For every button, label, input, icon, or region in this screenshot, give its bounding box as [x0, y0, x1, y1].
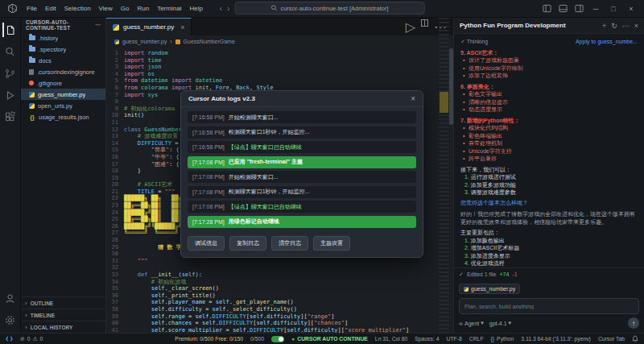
usage-quota[interactable]: 0/500	[250, 336, 264, 342]
menu-item[interactable]: View	[95, 0, 117, 17]
split-editor-icon[interactable]	[421, 19, 428, 35]
chat-more-icon[interactable]: ⋯	[622, 22, 630, 30]
file-tree-item[interactable]: guess_number.py	[21, 89, 105, 100]
nav-back-icon[interactable]: ‹	[220, 4, 222, 13]
toggle-secondary-sidebar-icon[interactable]	[572, 2, 586, 16]
dialog-button[interactable]: 调试信息	[188, 236, 225, 251]
code-line[interactable]: 5from datetime import datetime	[106, 77, 453, 85]
dialog-button[interactable]: 清空日志	[271, 236, 308, 251]
code-line[interactable]: 1import random	[106, 50, 453, 57]
file-tree-item[interactable]: .cursorindexingignore	[21, 66, 105, 77]
extensions-icon[interactable]	[3, 110, 18, 124]
chat-block: Unicode字符支持	[460, 147, 638, 155]
run-debug-icon[interactable]	[3, 88, 18, 102]
toggle-panel-icon[interactable]	[555, 2, 570, 16]
nav-forward-icon[interactable]: ›	[227, 4, 229, 13]
file-tree-item[interactable]: docs	[21, 55, 105, 66]
code-line[interactable]: 38 self.difficulty = self._select_diffic…	[106, 306, 453, 313]
new-chat-icon[interactable]: +	[602, 22, 606, 30]
run-file-icon[interactable]: ▷	[406, 19, 415, 35]
menu-item[interactable]: Go	[117, 0, 134, 17]
toggle-sidebar-icon[interactable]	[539, 2, 554, 16]
apply-to-file-link[interactable]: Apply to guess_numbe...	[576, 38, 638, 46]
code-line[interactable]: 32	[106, 264, 453, 271]
explorer-icon[interactable]	[2, 23, 17, 37]
code-line[interactable]: 35 self._clear_screen()	[106, 285, 453, 292]
thinking-status[interactable]: ✓ Thinking	[460, 38, 488, 46]
chat-input[interactable]	[459, 298, 639, 314]
code-line[interactable]: 2import time	[106, 57, 453, 64]
remote-indicator[interactable]	[6, 335, 13, 342]
file-tree-item[interactable]: open_urls.py	[21, 100, 105, 111]
python-interpreter[interactable]: 3.11.3 64-bit ('3.11.3': pyenv)	[521, 336, 591, 342]
code-line[interactable]: 33 def __init__(self):	[106, 271, 453, 279]
eol-sequence[interactable]: CRLF	[469, 336, 484, 342]
context-file-chip[interactable]: guess_number.py	[459, 284, 520, 294]
language-mode[interactable]: {} Python	[491, 336, 514, 342]
file-tree-item[interactable]: .gitignore	[21, 77, 105, 89]
cursor-position[interactable]: Ln 31, Col 80	[375, 336, 407, 342]
chat-block[interactable]: 您觉得这个版本怎么样呢？	[460, 199, 638, 207]
menu-item[interactable]: File	[23, 0, 41, 17]
auto-continue-toggle[interactable]	[271, 336, 284, 342]
model-selector[interactable]: gpt-4.1 ▾	[489, 320, 511, 326]
file-icon	[29, 69, 34, 75]
edited-files-label[interactable]: Edited 1 file	[467, 271, 497, 277]
premium-quota[interactable]: Premium: 0/500 Free: 0/150	[175, 336, 243, 342]
chat-history-icon[interactable]: ↻	[611, 22, 617, 30]
minimize-button[interactable]: ─	[588, 1, 604, 17]
chat-close-icon[interactable]: ×	[634, 22, 638, 30]
code-line[interactable]: 3import json	[106, 64, 453, 71]
block-text: 优化游戏流程	[471, 260, 505, 266]
code-line[interactable]: 40 self.chances = self.DIFFICULTY[self.d…	[106, 320, 453, 327]
send-button[interactable]: ↑	[628, 317, 639, 329]
tab-guess-number-py[interactable]: guess_number.py ×	[106, 18, 192, 35]
tab-close-icon[interactable]: ×	[180, 23, 184, 31]
code-line[interactable]: 36 self._print_title()	[106, 292, 453, 300]
editor-scrollbar[interactable]	[449, 48, 453, 125]
code-line[interactable]: 37 self.player_name = self._get_player_n…	[106, 299, 453, 306]
source-control-icon[interactable]	[3, 66, 18, 81]
explorer-more-icon[interactable]: ⋯	[95, 22, 101, 28]
menu-item[interactable]: Run	[133, 0, 153, 17]
agent-mode-selector[interactable]: ∞ Agent ▾	[459, 320, 484, 326]
dialog-close-icon[interactable]: ×	[411, 94, 415, 103]
file-tree-item[interactable]: .history	[21, 32, 105, 44]
file-tree-item[interactable]: .specstory	[21, 44, 105, 55]
cursor-tab-status[interactable]: Cursor Tab	[598, 336, 625, 342]
block-text: 添加更多游戏功能	[471, 182, 516, 188]
menu-item[interactable]: Terminal	[153, 0, 185, 17]
command-search-box[interactable]: cursor-auto-continue-test [Administrator…	[234, 2, 424, 15]
dialog-title-bar[interactable]: Cursor Auto logs v2.3 ×	[181, 91, 423, 107]
line-number: 27	[106, 230, 124, 237]
menu-item[interactable]: Selection	[60, 0, 95, 17]
menu-item[interactable]: Help	[185, 0, 206, 17]
code-line[interactable]: 34 # 初始化游戏	[106, 279, 453, 286]
settings-gear-icon[interactable]	[3, 313, 18, 327]
close-window-button[interactable]: ×	[623, 1, 639, 17]
sidebar-section-header[interactable]: › LOCAL HISTORY	[21, 321, 105, 333]
code-line[interactable]: 41 self.score_multiplier = self.DIFFICUL…	[106, 327, 453, 333]
menu-item[interactable]: Edit	[41, 0, 60, 17]
file-tree-item[interactable]: usage_results.json	[21, 111, 105, 122]
code-line[interactable]: 4import os	[106, 71, 453, 78]
problems-indicator[interactable]: ⊘ 0 ⚠ 0	[20, 336, 43, 342]
minimap[interactable]	[439, 18, 449, 333]
code-line[interactable]: 31 """	[106, 258, 453, 265]
sidebar-section-header[interactable]: › TIMELINE	[21, 309, 105, 321]
indentation[interactable]: Spaces: 4	[415, 336, 439, 342]
breadcrumb-file[interactable]: guess_number.py	[122, 39, 167, 44]
account-icon[interactable]	[3, 291, 18, 305]
maximize-button[interactable]: □	[605, 1, 621, 17]
dialog-button[interactable]: 复制日志	[229, 236, 266, 251]
search-sidebar-icon[interactable]	[3, 44, 18, 59]
diff-deletions: -1	[512, 271, 517, 277]
auto-continue-status[interactable]: ● CURSOR AUTO CONTINUE	[291, 336, 368, 342]
sidebar-section-header[interactable]: › OUTLINE	[21, 296, 105, 309]
line-number: 36	[106, 292, 124, 300]
encoding[interactable]: UTF-8	[447, 336, 462, 342]
dialog-button[interactable]: 主题设置	[313, 236, 350, 251]
code-line[interactable]: 39 self.range = self.DIFFICULTY[self.dif…	[106, 313, 453, 321]
notifications-bell-icon[interactable]	[632, 335, 638, 342]
breadcrumb-symbol[interactable]: GuessNumberGame	[184, 39, 235, 44]
